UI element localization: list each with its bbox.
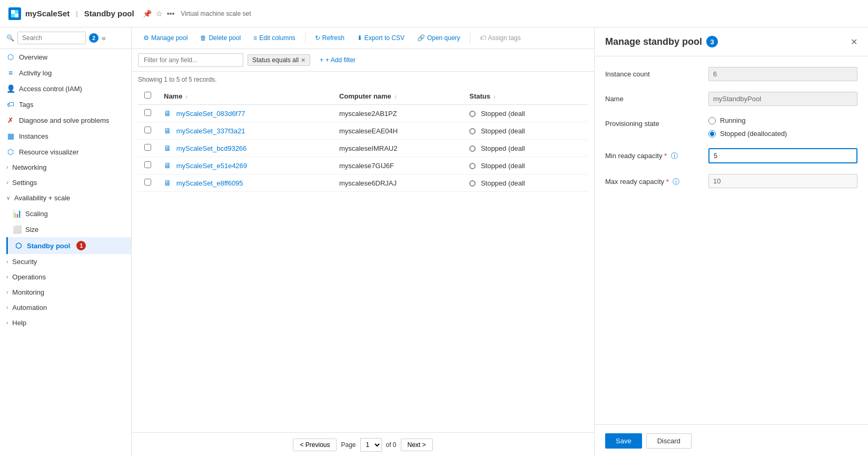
- sidebar-item-automation[interactable]: › Automation: [0, 300, 131, 315]
- tags-icon: 🏷: [6, 100, 15, 109]
- filter-tag-close[interactable]: ✕: [301, 57, 305, 64]
- row-checkbox-cell[interactable]: [138, 105, 157, 122]
- previous-button[interactable]: < Previous: [293, 439, 337, 451]
- table-row: 🖥 myScaleSet_e51e4269 myscalese7GIJ6F St…: [138, 157, 588, 174]
- sidebar-item-security[interactable]: › Security: [0, 254, 131, 269]
- delete-pool-button[interactable]: 🗑 Delete pool: [195, 32, 246, 44]
- instance-count-value: [708, 67, 857, 81]
- sidebar-item-resource-viz[interactable]: ⬡ Resource visualizer: [0, 144, 131, 160]
- row-checkbox-1[interactable]: [144, 127, 151, 133]
- star-icon[interactable]: ☆: [156, 9, 163, 18]
- status-column-label: Status: [469, 92, 490, 100]
- sidebar-item-label: Access control (IAM): [19, 85, 82, 93]
- panel-body: Instance count Name Provisioning state: [595, 56, 868, 424]
- chevron-networking: ›: [6, 164, 8, 170]
- sidebar-item-availability[interactable]: ∨ Availability + scale: [0, 190, 131, 206]
- row-checkbox-0[interactable]: [144, 109, 151, 116]
- min-ready-input[interactable]: [708, 148, 857, 163]
- edit-columns-icon: ≡: [253, 34, 257, 42]
- radio-stopped-item[interactable]: Stopped (deallocated): [708, 130, 857, 138]
- sidebar-item-operations[interactable]: › Operations: [0, 269, 131, 285]
- max-ready-info-icon[interactable]: ⓘ: [673, 178, 679, 186]
- row-checkbox-4[interactable]: [144, 179, 151, 186]
- row-checkbox-2[interactable]: [144, 144, 151, 151]
- row-checkbox-cell[interactable]: [138, 122, 157, 140]
- open-query-button[interactable]: 🔗 Open query: [412, 32, 466, 44]
- sidebar-item-access-control[interactable]: 👤 Access control (IAM): [0, 81, 131, 96]
- add-filter-button[interactable]: + + Add filter: [314, 54, 361, 66]
- vm-name-link-4[interactable]: myScaleSet_e8ff6095: [176, 179, 243, 187]
- computer-name-value: myscalese2AB1PZ: [339, 110, 397, 118]
- sidebar-item-label: Diagnose and solve problems: [19, 116, 109, 124]
- export-csv-label: Export to CSV: [364, 34, 405, 42]
- computer-name-value: myscalese6DRJAJ: [339, 179, 397, 187]
- export-csv-button[interactable]: ⬇ Export to CSV: [352, 32, 410, 44]
- sidebar-item-label: Tags: [19, 101, 33, 109]
- sidebar-item-activity-log[interactable]: ≡ Activity log: [0, 65, 131, 81]
- sidebar-item-label: Resource visualizer: [19, 148, 78, 156]
- min-ready-info-icon[interactable]: ⓘ: [671, 152, 678, 160]
- pin-icon[interactable]: 📌: [143, 9, 152, 18]
- sidebar-item-size[interactable]: ⬜ Size: [6, 221, 131, 237]
- sidebar-item-settings[interactable]: › Settings: [0, 175, 131, 190]
- sidebar-item-label: Networking: [12, 163, 46, 171]
- open-query-label: Open query: [427, 34, 460, 42]
- select-all-checkbox[interactable]: [144, 92, 151, 99]
- vm-name-link-0[interactable]: myScaleSet_083d6f77: [176, 110, 245, 118]
- select-all-header[interactable]: [138, 87, 157, 105]
- row-checkbox-3[interactable]: [144, 161, 151, 168]
- sidebar-item-instances[interactable]: ▦ Instances: [0, 128, 131, 144]
- standby-pool-badge: 1: [76, 241, 86, 250]
- chevron-left-icon[interactable]: «: [102, 34, 106, 42]
- assign-tags-button[interactable]: 🏷 Assign tags: [475, 32, 526, 44]
- more-icon[interactable]: •••: [167, 9, 175, 18]
- sidebar-item-networking[interactable]: › Networking: [0, 160, 131, 175]
- manage-pool-button[interactable]: ⚙ Manage pool: [138, 32, 193, 44]
- instance-count-input[interactable]: [708, 67, 857, 81]
- discard-button[interactable]: Discard: [646, 433, 692, 449]
- sidebar-item-standby-pool[interactable]: ⬡ Standby pool 1: [6, 237, 131, 254]
- sidebar-item-diagnose[interactable]: ✗ Diagnose and solve problems: [0, 112, 131, 128]
- computer-name-sort-icon[interactable]: ↕: [394, 94, 397, 100]
- vm-name-link-1[interactable]: myScaleSet_337f3a21: [176, 127, 245, 135]
- standby-pool-icon: ⬡: [14, 241, 23, 250]
- name-input[interactable]: [708, 92, 857, 106]
- radio-running[interactable]: [708, 117, 716, 124]
- computer-name-column-header[interactable]: Computer name ↕: [333, 87, 463, 105]
- sidebar-item-tags[interactable]: 🏷 Tags: [0, 96, 131, 112]
- svg-rect-2: [15, 10, 18, 14]
- sidebar-item-scaling[interactable]: 📊 Scaling: [6, 206, 131, 221]
- edit-columns-button[interactable]: ≡ Edit columns: [248, 32, 301, 44]
- name-sort-icon[interactable]: ↕: [185, 94, 188, 100]
- status-value-3: Stopped (deall: [481, 162, 525, 170]
- vm-name-link-2[interactable]: myScaleSet_bcd93266: [176, 144, 247, 152]
- provisioning-state-value: Running Stopped (deallocated): [708, 116, 857, 138]
- resource-subtitle: Virtual machine scale set: [181, 10, 251, 17]
- vm-name-link-3[interactable]: myScaleSet_e51e4269: [176, 162, 247, 170]
- radio-stopped[interactable]: [708, 130, 716, 138]
- status-column-header[interactable]: Status ↕: [463, 87, 588, 105]
- radio-running-item[interactable]: Running: [708, 116, 857, 124]
- max-ready-input[interactable]: [708, 174, 857, 188]
- panel-close-button[interactable]: ✕: [851, 37, 857, 47]
- status-icon-0: [469, 111, 476, 117]
- sidebar: 🔍 2 « ⬡ Overview ≡ Activity log 👤 Access…: [0, 27, 132, 457]
- sidebar-item-monitoring[interactable]: › Monitoring: [0, 285, 131, 300]
- status-sort-icon[interactable]: ↕: [494, 94, 496, 100]
- name-field-value: [708, 92, 857, 106]
- svg-rect-1: [15, 14, 18, 17]
- max-ready-label: Max ready capacity * ⓘ: [605, 174, 700, 187]
- page-selector[interactable]: 1: [360, 438, 382, 452]
- next-button[interactable]: Next >: [401, 439, 433, 451]
- row-checkbox-cell[interactable]: [138, 140, 157, 157]
- filter-input[interactable]: [138, 53, 243, 67]
- sidebar-item-help[interactable]: › Help: [0, 315, 131, 330]
- save-button[interactable]: Save: [605, 433, 642, 449]
- name-column-header[interactable]: Name ↕: [157, 87, 333, 105]
- search-input[interactable]: [17, 32, 86, 44]
- row-checkbox-cell[interactable]: [138, 157, 157, 174]
- refresh-button[interactable]: ↻ Refresh: [310, 32, 350, 44]
- row-checkbox-cell[interactable]: [138, 174, 157, 192]
- sidebar-item-overview[interactable]: ⬡ Overview: [0, 49, 131, 65]
- chevron-operations: ›: [6, 274, 8, 280]
